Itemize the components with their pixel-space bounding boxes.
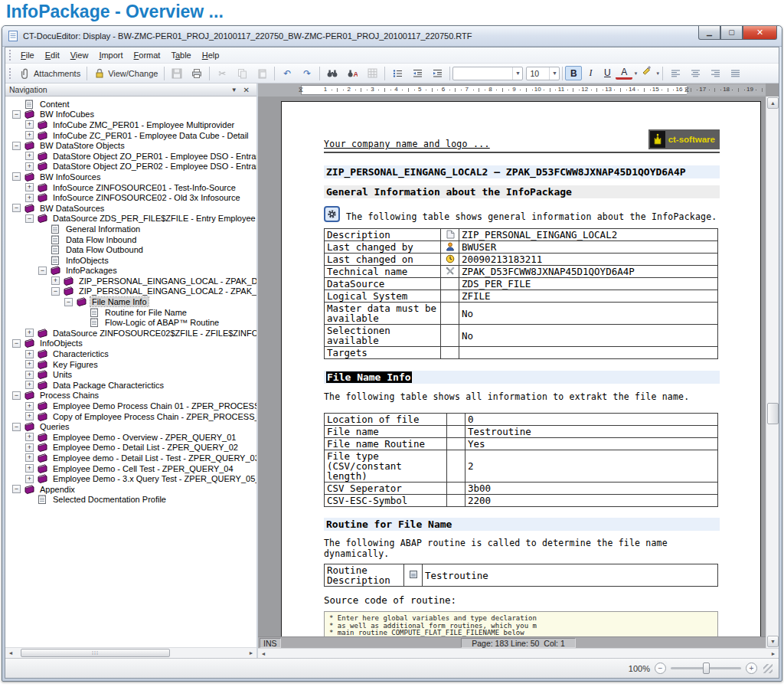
table-grid-button[interactable] — [362, 66, 382, 81]
tree-item[interactable]: InfoObjects — [5, 255, 256, 266]
tree-item[interactable]: +Characterictics — [5, 348, 256, 359]
tree-item[interactable]: +Copy of Employee Process Chain - ZPER_P… — [5, 411, 256, 422]
find-replace-button[interactable]: A — [342, 66, 362, 81]
tree-item[interactable]: −InfoObjects — [5, 339, 256, 349]
tree-item[interactable]: −DataSource ZDS_PER_FILE$ZFILE - Entry E… — [5, 214, 256, 224]
expand-icon[interactable]: + — [25, 453, 34, 462]
chevron-down-icon[interactable]: ▼ — [228, 87, 240, 93]
navigation-hscrollbar[interactable]: ◄ ⁞⁞⁞ ► — [5, 647, 256, 658]
document-vscrollbar[interactable]: ▲ ▼ — [766, 97, 779, 648]
document-canvas[interactable]: Your company name and logo ... ct-softwa… — [258, 97, 766, 636]
expand-icon[interactable]: + — [51, 276, 60, 285]
attachments-button[interactable]: Attachments — [15, 66, 84, 81]
close-icon[interactable]: ✕ — [240, 86, 253, 94]
tree-item[interactable]: +ZIP_PERSONAL_EINGANG_LOCAL - ZPAK_D4NCY… — [5, 276, 256, 286]
save-button[interactable] — [167, 66, 187, 81]
tree-item[interactable]: −Appendix — [5, 484, 256, 495]
zoom-slider[interactable] — [671, 667, 741, 669]
tree-item[interactable]: General Information — [5, 224, 256, 234]
font-size-select[interactable]: 10▼ — [526, 67, 560, 80]
scroll-down-icon[interactable]: ▼ — [767, 636, 779, 647]
collapse-icon[interactable]: − — [12, 204, 21, 212]
tree-item[interactable]: Routine for File Name — [5, 307, 256, 318]
align-justify-button[interactable] — [725, 66, 745, 81]
font-family-select[interactable]: ▼ — [452, 67, 523, 80]
copy-button[interactable] — [232, 66, 252, 81]
expand-icon[interactable]: + — [25, 371, 34, 379]
collapse-icon[interactable]: − — [12, 423, 21, 431]
menu-item-format[interactable]: Format — [129, 49, 166, 61]
zoom-slider-thumb[interactable] — [703, 662, 710, 674]
collapse-icon[interactable]: − — [38, 267, 47, 275]
tree-item[interactable]: +Employee Demo - Overview - ZPER_QUERY_0… — [5, 432, 256, 443]
scroll-right-icon[interactable]: ► — [768, 649, 779, 659]
align-center-button[interactable] — [685, 66, 705, 81]
collapse-icon[interactable]: − — [12, 110, 21, 119]
expand-icon[interactable]: + — [25, 412, 34, 420]
zoom-out-button[interactable]: − — [655, 662, 666, 674]
tree-item[interactable]: +Employee demo - Detail List - Test - ZP… — [5, 453, 256, 463]
scroll-left-icon[interactable]: ◄ — [258, 649, 269, 659]
expand-icon[interactable]: + — [25, 381, 34, 389]
tree-item[interactable]: +DataStore Object ZO_PER01 - Employee DS… — [5, 151, 256, 162]
collapse-icon[interactable]: − — [12, 339, 21, 348]
chevron-down-icon[interactable]: ▼ — [655, 71, 660, 76]
expand-icon[interactable]: + — [25, 464, 34, 473]
expand-icon[interactable]: + — [25, 162, 34, 171]
underline-button[interactable]: U — [599, 66, 616, 80]
expand-icon[interactable]: + — [25, 152, 34, 160]
tree-item[interactable]: +Key Figures — [5, 359, 256, 370]
cut-button[interactable]: ✂ — [212, 66, 232, 81]
collapse-icon[interactable]: − — [12, 485, 21, 493]
scroll-left-icon[interactable]: ◄ — [5, 648, 16, 658]
tree-item[interactable]: −BW DataStore Objects — [5, 140, 256, 151]
view-change-button[interactable]: View/Change — [90, 66, 162, 81]
expand-icon[interactable]: + — [25, 433, 34, 441]
collapse-icon[interactable]: − — [51, 287, 60, 296]
paste-button[interactable] — [252, 66, 272, 81]
menu-item-import[interactable]: Import — [93, 49, 128, 61]
tree-item[interactable]: +Employee Demo Process Chain 01 - ZPER_P… — [5, 401, 256, 411]
expand-icon[interactable]: + — [25, 350, 34, 358]
tree-item[interactable]: −Process Chains — [5, 391, 256, 401]
titlebar[interactable]: CT-DocuEditor: Display - BW-ZMC-PER01_PR… — [2, 26, 782, 47]
close-button[interactable]: ✕ — [743, 26, 777, 40]
tree-item[interactable]: +DataSource ZINFOSOURCE02$ZFILE - ZFILE$… — [5, 328, 256, 339]
tree-item[interactable]: −File Name Info — [5, 296, 256, 307]
document-hscrollbar[interactable]: ◄ ► — [258, 648, 779, 658]
tree-item[interactable]: −Queries — [5, 421, 256, 432]
collapse-icon[interactable]: − — [25, 214, 34, 223]
tree-item[interactable]: +InfoSource ZINFOSOURCE02 - Old 3x Infos… — [5, 192, 256, 203]
align-left-button[interactable] — [665, 66, 685, 81]
scrollbar-thumb[interactable] — [767, 403, 779, 424]
tree-item[interactable]: −BW InfoSources — [5, 172, 256, 182]
tree-item[interactable]: Selected Docmentation Profile — [5, 495, 256, 505]
tree-item[interactable]: +Employee Demo - 3.x Query Test - ZPER_Q… — [5, 473, 256, 484]
scrollbar-thumb[interactable]: ⁞⁞⁞ — [21, 649, 170, 657]
expand-icon[interactable]: + — [25, 131, 34, 139]
expand-icon[interactable]: + — [25, 443, 34, 452]
align-right-button[interactable] — [705, 66, 725, 81]
tree-item[interactable]: +InfoCube ZC_PER01 - Employee Data Cube … — [5, 130, 256, 141]
tree-item[interactable]: Data Flow Outbound — [5, 244, 256, 255]
tree-item[interactable]: Content — [5, 99, 256, 110]
tree-item[interactable]: Flow-Logic of ABAP™ Routine — [5, 317, 256, 328]
tree-item[interactable]: +Employee Demo - Detail List - ZPER_QUER… — [5, 443, 256, 453]
font-color-button[interactable]: A — [616, 67, 632, 80]
undo-button[interactable]: ↶ — [277, 66, 297, 81]
resize-grip[interactable] — [763, 664, 773, 673]
tree-item[interactable]: +Employee Demo - Cell Test - ZPER_QUERY_… — [5, 463, 256, 474]
scroll-up-icon[interactable]: ▲ — [767, 97, 779, 109]
bullet-list-button[interactable] — [387, 66, 407, 81]
expand-icon[interactable]: + — [25, 183, 34, 191]
print-button[interactable] — [187, 66, 207, 81]
expand-icon[interactable]: + — [25, 120, 34, 129]
tree-item[interactable]: Data Flow Inbound — [5, 234, 256, 245]
menu-item-help[interactable]: Help — [197, 49, 225, 61]
find-button[interactable] — [322, 66, 342, 81]
menu-item-file[interactable]: File — [15, 49, 40, 61]
highlight-button[interactable] — [638, 66, 655, 80]
menu-item-table[interactable]: Table — [165, 49, 196, 61]
tree-item[interactable]: −BW InfoCubes — [5, 110, 256, 120]
tree-item[interactable]: +Data Package Characterictics — [5, 380, 256, 391]
